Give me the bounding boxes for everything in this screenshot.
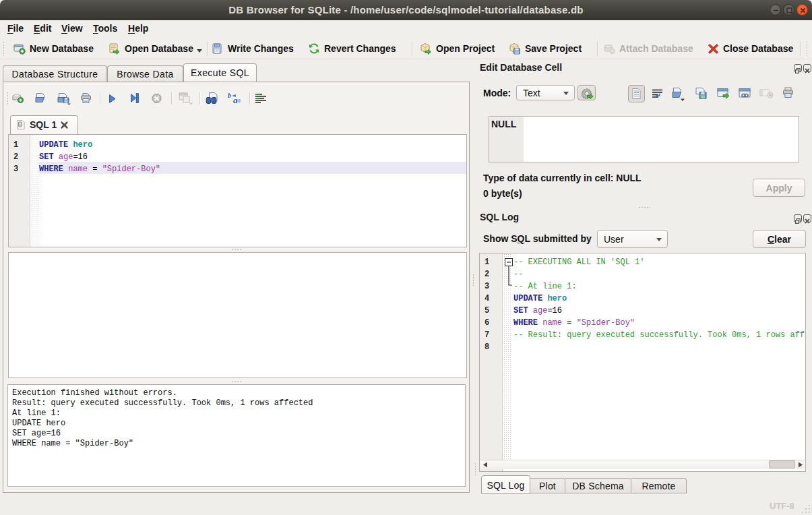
svg-text:b: b	[228, 92, 231, 99]
svg-text:a: a	[237, 96, 241, 104]
